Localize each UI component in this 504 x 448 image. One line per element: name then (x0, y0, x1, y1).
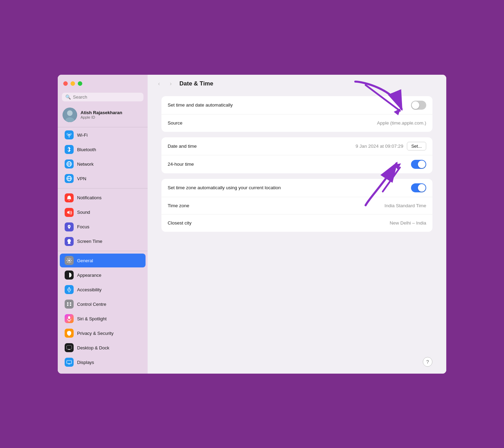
svg-point-10 (68, 260, 70, 262)
timezone-auto-label: Set time zone automatically using your c… (168, 185, 281, 190)
control-icon (65, 300, 74, 309)
set-button[interactable]: Set... (407, 142, 426, 150)
sidebar-item-desktop[interactable]: Desktop & Dock (60, 341, 146, 355)
user-subtitle: Apple ID (81, 115, 122, 119)
date-time-section: Date and time 9 Jan 2024 at 09:07:29 Set… (161, 137, 432, 173)
sidebar: 🔍 Atish Rajasekharan Apple ID (58, 75, 148, 374)
settings-body: Set time and date automatically Source A… (148, 93, 446, 374)
sidebar-item-control[interactable]: Control Centre (60, 297, 146, 311)
sidebar-item-label-general: General (77, 258, 93, 263)
toggle-knob (412, 101, 419, 109)
bluetooth-icon (65, 145, 74, 154)
sidebar-item-bluetooth[interactable]: Bluetooth (60, 143, 146, 156)
svg-rect-16 (70, 304, 71, 306)
sidebar-item-label-displays: Displays (77, 360, 94, 365)
sidebar-item-wifi[interactable]: Wi-Fi (60, 128, 146, 142)
sidebar-item-label-control: Control Centre (77, 302, 106, 307)
wifi-icon (65, 130, 74, 139)
user-info: Atish Rajasekharan Apple ID (81, 110, 122, 119)
content-header: ‹ › Date & Time (148, 75, 446, 93)
search-input[interactable] (73, 94, 140, 100)
set-time-auto-row: Set time and date automatically (161, 96, 432, 115)
sidebar-item-general[interactable]: General (60, 254, 146, 267)
timezone-auto-toggle[interactable] (411, 183, 426, 192)
sound-icon (65, 208, 74, 217)
sidebar-item-label-privacy: Privacy & Security (77, 331, 113, 336)
svg-rect-24 (67, 360, 72, 364)
toggle-knob-2 (418, 161, 426, 168)
auto-time-section: Set time and date automatically Source A… (161, 96, 432, 132)
set-time-auto-toggle[interactable] (411, 101, 426, 110)
sidebar-item-label-sound: Sound (77, 210, 90, 215)
user-name: Atish Rajasekharan (81, 110, 122, 115)
search-icon: 🔍 (65, 94, 71, 100)
source-label: Source (168, 120, 183, 126)
closest-city-label: Closest city (168, 220, 192, 226)
sidebar-item-focus[interactable]: Focus (60, 220, 146, 234)
forward-button[interactable]: › (166, 79, 175, 88)
toggle-knob-3 (418, 184, 426, 192)
back-button[interactable]: ‹ (155, 79, 164, 88)
sidebar-item-privacy[interactable]: Privacy & Security (60, 326, 146, 340)
desktop-icon (65, 343, 74, 352)
timezone-section: Set time zone automatically using your c… (161, 179, 432, 232)
sidebar-item-screentime[interactable]: Screen Time (60, 235, 146, 248)
sidebar-item-appearance[interactable]: Appearance (60, 268, 146, 282)
minimize-button[interactable] (71, 81, 75, 86)
main-window: 🔍 Atish Rajasekharan Apple ID (57, 74, 447, 375)
sidebar-item-label-vpn: VPN (77, 176, 86, 181)
notifications-icon (65, 193, 74, 202)
sidebar-item-accessibility[interactable]: Accessibility (60, 283, 146, 296)
set-time-auto-label: Set time and date automatically (168, 102, 233, 108)
accessibility-icon (65, 285, 74, 294)
sidebar-item-siri[interactable]: Siri & Spotlight (60, 312, 146, 326)
closest-city-value: New Delhi – India (390, 220, 426, 226)
sidebar-item-label-notifications: Notifications (77, 195, 102, 200)
sidebar-item-label-siri: Siri & Spotlight (77, 316, 106, 321)
source-value: Apple (time.apple.com.) (377, 120, 426, 126)
date-time-row: Date and time 9 Jan 2024 at 09:07:29 Set… (161, 137, 432, 155)
page-title: Date & Time (179, 80, 213, 87)
sidebar-item-sound[interactable]: Sound (60, 205, 146, 219)
appearance-icon (65, 271, 74, 280)
close-button[interactable] (63, 81, 68, 86)
maximize-button[interactable] (78, 81, 82, 86)
sidebar-item-label-accessibility: Accessibility (77, 287, 102, 292)
screentime-icon (65, 237, 74, 246)
svg-point-17 (68, 316, 70, 319)
svg-point-9 (69, 226, 70, 227)
sidebar-item-displays[interactable]: Displays (60, 355, 146, 369)
timezone-value: India Standard Time (384, 203, 426, 208)
24hour-toggle[interactable] (411, 160, 426, 169)
divider-2 (58, 188, 148, 189)
svg-rect-15 (67, 304, 68, 306)
sidebar-item-label-wifi: Wi-Fi (77, 132, 87, 138)
date-time-value-group: 9 Jan 2024 at 09:07:29 Set... (356, 142, 426, 150)
timezone-auto-row: Set time zone automatically using your c… (161, 179, 432, 197)
closest-city-row: Closest city New Delhi – India (161, 214, 432, 232)
siri-icon (65, 314, 74, 323)
displays-icon (65, 358, 74, 367)
svg-point-12 (68, 287, 70, 289)
sidebar-item-network[interactable]: Network (60, 157, 146, 171)
sidebar-item-label-focus: Focus (77, 224, 89, 229)
svg-rect-13 (67, 302, 68, 304)
timezone-row: Time zone India Standard Time (161, 197, 432, 214)
sidebar-item-label-appearance: Appearance (77, 273, 101, 278)
svg-point-1 (67, 110, 73, 116)
divider (58, 127, 148, 127)
sidebar-item-label-desktop: Desktop & Dock (77, 345, 109, 350)
avatar (63, 108, 77, 122)
help-button[interactable]: ? (423, 357, 432, 367)
titlebar (58, 75, 148, 93)
sidebar-item-label-network: Network (77, 162, 94, 167)
date-time-value: 9 Jan 2024 at 09:07:29 (356, 144, 403, 149)
sidebar-item-vpn[interactable]: VPN (60, 172, 146, 185)
24hour-row: 24-hour time (161, 155, 432, 173)
user-section[interactable]: Atish Rajasekharan Apple ID (58, 105, 148, 126)
focus-icon (65, 222, 74, 231)
search-bar[interactable]: 🔍 (62, 93, 143, 101)
svg-rect-14 (70, 302, 71, 304)
sidebar-item-notifications[interactable]: Notifications (60, 191, 146, 205)
general-icon (65, 256, 74, 265)
